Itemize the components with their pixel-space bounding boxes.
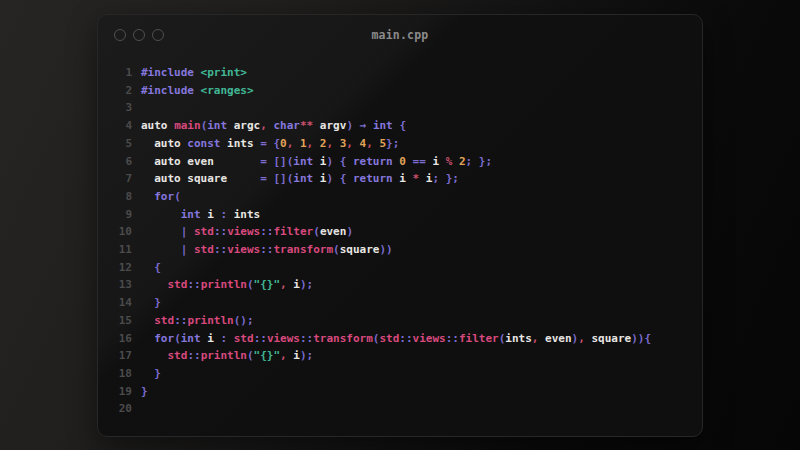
editor-window: main.cpp 1#include <print>2#include <ran… [97,14,703,437]
code-line[interactable]: 5 auto const ints = {0, 1, 2, 3, 4, 5}; [98,135,702,153]
code-text: auto square = [](int i) { return i * i; … [141,170,702,188]
code-line[interactable]: 4auto main(int argc, char** argv) → int … [98,117,702,135]
line-number: 15 [98,312,141,330]
code-line[interactable]: 3 [98,99,702,117]
code-text: std::println("{}", i); [141,276,702,294]
code-text: { [141,259,702,277]
code-line[interactable]: 19} [98,383,702,401]
line-number: 5 [98,135,141,153]
line-number: 10 [98,223,141,241]
code-text: #include <print> [141,64,702,82]
code-line[interactable]: 7 auto square = [](int i) { return i * i… [98,170,702,188]
line-number: 19 [98,383,141,401]
line-number: 12 [98,259,141,277]
code-line[interactable]: 1#include <print> [98,64,702,82]
code-text: #include <ranges> [141,82,702,100]
line-number: 20 [98,400,141,418]
code-text: std::println(); [141,312,702,330]
code-text: std::println("{}", i); [141,347,702,365]
code-text: auto even = [](int i) { return 0 == i % … [141,153,702,171]
code-line[interactable]: 16 for(int i : std::views::transform(std… [98,330,702,348]
code-text: | std::views::filter(even) [141,223,702,241]
code-line[interactable]: 11 | std::views::transform(square)) [98,241,702,259]
code-text: } [141,365,702,383]
code-text: int i : ints [141,206,702,224]
code-line[interactable]: 14 } [98,294,702,312]
code-area[interactable]: 1#include <print>2#include <ranges>34aut… [98,64,702,418]
code-line[interactable]: 9 int i : ints [98,206,702,224]
line-number: 2 [98,82,141,100]
code-line[interactable]: 6 auto even = [](int i) { return 0 == i … [98,153,702,171]
line-number: 8 [98,188,141,206]
code-line[interactable]: 15 std::println(); [98,312,702,330]
code-line[interactable]: 10 | std::views::filter(even) [98,223,702,241]
line-number: 4 [98,117,141,135]
line-number: 14 [98,294,141,312]
code-text: auto const ints = {0, 1, 2, 3, 4, 5}; [141,135,702,153]
line-number: 3 [98,99,141,117]
line-number: 1 [98,64,141,82]
code-text: for(int i : std::views::transform(std::v… [141,330,702,348]
code-text: auto main(int argc, char** argv) → int { [141,117,702,135]
line-number: 18 [98,365,141,383]
code-line[interactable]: 12 { [98,259,702,277]
line-number: 7 [98,170,141,188]
code-line[interactable]: 8 for( [98,188,702,206]
line-number: 9 [98,206,141,224]
title-bar: main.cpp [98,15,702,55]
line-number: 11 [98,241,141,259]
line-number: 16 [98,330,141,348]
code-text: } [141,383,702,401]
line-number: 13 [98,276,141,294]
line-number: 6 [98,153,141,171]
code-line[interactable]: 18 } [98,365,702,383]
code-line[interactable]: 17 std::println("{}", i); [98,347,702,365]
line-number: 17 [98,347,141,365]
code-text: } [141,294,702,312]
code-text [141,400,702,418]
code-line[interactable]: 20 [98,400,702,418]
code-line[interactable]: 2#include <ranges> [98,82,702,100]
code-line[interactable]: 13 std::println("{}", i); [98,276,702,294]
code-text: for( [141,188,702,206]
code-text: | std::views::transform(square)) [141,241,702,259]
window-title: main.cpp [98,28,702,42]
code-text [141,99,702,117]
